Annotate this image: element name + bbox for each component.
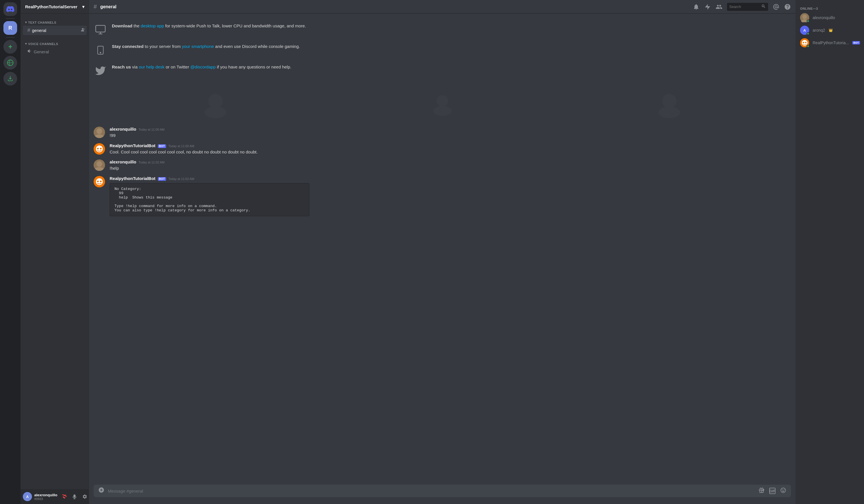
message-author-3: alexronquillo [110,159,136,164]
svg-point-7 [208,94,223,108]
message-timestamp-4: Today at 11:02 AM [168,177,194,181]
svg-rect-3 [96,25,105,32]
bot-badge: BOT [852,41,860,45]
help-desk-link[interactable]: our help desk [139,64,165,69]
message-text-1: !99 [110,133,791,139]
members-icon[interactable] [716,3,722,10]
server-icon-realpython[interactable]: R [3,21,17,35]
message-timestamp-2: Today at 11:00 AM [168,144,194,148]
svg-point-8 [205,107,226,118]
twitter-link[interactable]: @discordapp [190,64,216,69]
channel-item-voice-general[interactable]: General [23,47,87,57]
member-status-online [807,20,809,23]
gift-icon[interactable] [758,487,765,495]
chevron-icon: ▾ [25,21,27,24]
gif-icon[interactable]: GIF [769,488,776,494]
member-avatar-alexronquillo [800,13,809,22]
add-server-button[interactable]: + [3,40,17,54]
message-author-2: RealpythonTutorialBot [110,143,156,148]
channel-item-general[interactable]: # general [23,26,87,35]
svg-point-16 [96,128,102,134]
member-avatar-bot [800,38,809,47]
user-info: alexronquillo #0933 [34,493,57,501]
message-input[interactable] [108,485,755,496]
message-header-1: alexronquillo Today at 11:00 AM [110,127,791,132]
user-avatar: A [23,492,32,501]
member-status-aronq2 [807,32,809,35]
server-list: R + [0,0,21,504]
desktop-app-link[interactable]: desktop app [141,23,164,28]
system-text-3: Reach us via our help desk or on Twitter… [112,64,291,70]
boost-icon[interactable] [704,3,711,10]
text-channels-category[interactable]: ▾ TEXT CHANNELS [21,16,89,25]
avatar-bot-1 [94,143,105,155]
system-message-3: Reach us via our help desk or on Twitter… [94,64,791,77]
channel-name-general: general [32,28,46,33]
message-author-4: RealpythonTutorialBot [110,176,156,181]
message-text-3: !help [110,165,791,171]
member-item-alexronquillo[interactable]: alexronquillo [798,11,862,24]
at-icon[interactable] [773,3,780,10]
member-avatar-aronq2: A [800,26,809,35]
mute-button[interactable] [60,492,69,501]
deafen-button[interactable] [70,492,79,501]
channel-hash-icon: # [94,3,97,10]
svg-point-19 [97,148,99,149]
voice-channels-label: VOICE CHANNELS [28,42,58,46]
member-item-aronq2[interactable]: A aronq2 👑 [798,24,862,37]
search-input[interactable] [729,4,759,9]
help-icon[interactable] [784,3,791,10]
svg-point-28 [802,14,807,19]
avatar-bot-2 [94,176,105,187]
desktop-icon [94,23,107,37]
search-bar[interactable] [727,3,768,11]
explore-button[interactable] [3,56,17,70]
settings-button[interactable] [80,492,89,501]
messages-area: Download the desktop app for system-wide… [89,14,795,484]
message-header-2: RealpythonTutorialBot BOT Today at 11:00… [110,143,791,148]
user-panel: A alexronquillo #0933 [21,489,89,504]
member-item-bot[interactable]: RealPythonTutoria... BOT [798,37,862,49]
system-message-1: Download the desktop app for system-wide… [94,23,791,37]
server-initial: R [9,25,12,31]
message-group-2: RealpythonTutorialBot BOT Today at 11:00… [89,142,795,156]
svg-point-13 [662,94,676,108]
svg-point-25 [97,181,99,182]
members-online-label: ONLINE—3 [798,4,862,11]
speaker-icon [27,49,32,55]
svg-text:A: A [803,28,806,33]
text-channels-label: TEXT CHANNELS [28,21,57,24]
message-timestamp-3: Today at 11:02 AM [139,161,165,164]
message-header-4: RealpythonTutorialBot BOT Today at 11:02… [110,176,791,181]
server-header[interactable]: RealPythonTutorialServer ▾ [21,0,89,14]
discord-home-button[interactable] [3,2,17,16]
members-list: ONLINE—3 alexronquillo A aronq2 👑 [795,0,864,504]
svg-point-5 [100,52,101,53]
user-controls [60,492,89,501]
message-input-area: GIF [89,484,795,504]
svg-point-20 [100,148,101,149]
system-messages: Download the desktop app for system-wide… [89,18,795,82]
message-content-2: RealpythonTutorialBot BOT Today at 11:00… [110,143,791,155]
message-group-4: RealpythonTutorialBot BOT Today at 11:02… [89,175,795,217]
download-button[interactable] [3,72,17,86]
smartphone-link[interactable]: your smartphone [182,44,214,49]
system-text-1: Download the desktop app for system-wide… [112,23,306,29]
add-member-icon[interactable] [80,27,84,33]
svg-point-22 [96,161,102,167]
message-timestamp-1: Today at 11:00 AM [139,128,165,131]
server-name: RealPythonTutorialServer [25,4,77,9]
svg-text:A: A [26,495,29,499]
message-content-1: alexronquillo Today at 11:00 AM !99 [110,127,791,139]
main-content: # general [89,0,795,504]
user-discriminator: #0933 [34,497,57,501]
svg-point-33 [803,42,804,44]
add-attachment-button[interactable] [98,487,105,495]
emoji-icon[interactable] [780,487,787,495]
bot-tag-1: BOT [158,144,166,148]
voice-channels-category[interactable]: ▾ VOICE CHANNELS [21,37,89,47]
message-text-2: Cool. Cool cool cool cool cool cool cool… [110,149,791,155]
system-message-2: Stay connected to your server from your … [94,44,791,57]
bell-icon[interactable] [693,3,699,10]
message-header-3: alexronquillo Today at 11:02 AM [110,159,791,164]
